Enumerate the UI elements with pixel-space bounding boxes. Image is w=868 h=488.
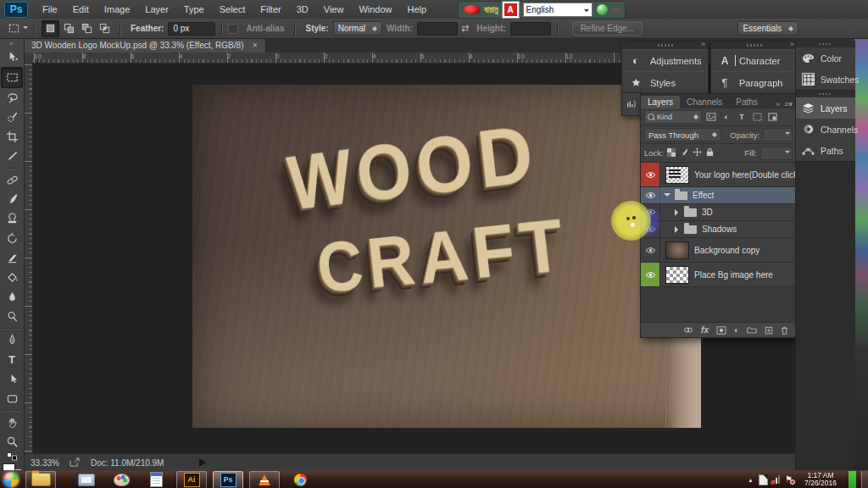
close-icon[interactable]: × (252, 41, 257, 50)
width-input[interactable] (417, 22, 458, 36)
taskbar-paint[interactable] (107, 472, 136, 488)
dock-paths-button[interactable]: Paths (796, 140, 855, 161)
crop-tool-icon[interactable] (2, 127, 22, 147)
panel-group-header[interactable] (711, 42, 797, 49)
layer-name[interactable]: Your logo here(Double click... (694, 170, 796, 180)
refine-edge-button[interactable]: Refine Edge... (572, 21, 643, 36)
new-group-icon[interactable] (747, 326, 757, 334)
path-selection-tool-icon[interactable] (2, 369, 22, 389)
lock-position-icon[interactable] (693, 147, 702, 158)
panel-group-header[interactable] (796, 91, 855, 97)
export-icon[interactable] (70, 458, 81, 469)
paint-bucket-tool-icon[interactable] (2, 268, 22, 287)
layer-row-place-bg[interactable]: Place Bg image here (641, 263, 796, 287)
visibility-toggle[interactable] (641, 187, 660, 203)
avro-keyboard-icon[interactable]: A (503, 2, 519, 18)
filter-pixel-layers-icon[interactable] (705, 113, 717, 121)
layer-name[interactable]: Place Bg image here (694, 270, 773, 280)
feather-input[interactable]: 0 px (168, 22, 215, 36)
new-layer-icon[interactable] (765, 326, 773, 335)
group-collapse-icon[interactable] (675, 226, 682, 233)
menu-type[interactable]: Type (176, 0, 212, 19)
language-bar-tools-icon[interactable]: ✂ (610, 3, 621, 16)
group-collapse-icon[interactable] (675, 209, 682, 216)
swap-colors-icon[interactable] (2, 452, 22, 462)
language-select[interactable]: English (523, 3, 593, 17)
layer-row-3d[interactable]: 3D (641, 204, 796, 221)
taskbar-chrome[interactable] (286, 472, 314, 488)
hand-tool-icon[interactable] (2, 413, 22, 432)
panel-menu-icon[interactable]: ≡▾ (784, 100, 793, 108)
collapse-panel-icon[interactable]: » (776, 100, 780, 108)
document-canvas[interactable]: WOOD CRAFT (192, 85, 701, 428)
start-button[interactable] (3, 471, 19, 488)
layer-row-effect[interactable]: Effect (641, 187, 796, 204)
photoshop-logo-icon[interactable]: Ps (4, 2, 28, 18)
history-brush-tool-icon[interactable] (2, 229, 22, 248)
intersect-selection-button[interactable] (97, 21, 113, 36)
adjustment-layer-icon[interactable]: ◐ (734, 325, 739, 335)
taskbar-clock[interactable]: 1:17 AM 7/26/2016 (800, 472, 841, 488)
menu-layer[interactable]: Layer (137, 0, 176, 19)
move-tool-icon[interactable] (2, 47, 22, 67)
tool-preset-icon[interactable] (6, 21, 22, 36)
collapsed-panel-button[interactable] (621, 92, 642, 116)
menu-window[interactable]: Window (351, 0, 399, 19)
lasso-tool-icon[interactable] (2, 88, 22, 108)
menu-view[interactable]: View (316, 0, 352, 19)
menu-3d[interactable]: 3D (289, 0, 316, 19)
action-center-flag-icon[interactable]: ⚑ (785, 475, 793, 484)
tab-channels[interactable]: Channels (680, 96, 729, 108)
tab-layers[interactable]: Layers (641, 96, 680, 108)
layer-name[interactable]: Shadows (702, 225, 737, 234)
zoom-level-field[interactable]: 33.33% (31, 458, 59, 468)
dock-channels-button[interactable]: Channels (796, 119, 855, 140)
panel-group-header[interactable] (796, 41, 855, 47)
style-select[interactable]: Normal (333, 21, 382, 36)
show-desktop-button[interactable] (861, 471, 868, 488)
dock-layers-button[interactable]: Layers (796, 97, 855, 119)
fill-input[interactable] (760, 147, 793, 160)
visibility-toggle[interactable] (641, 263, 660, 286)
layer-thumbnail[interactable] (665, 241, 689, 259)
status-arrow-icon[interactable] (199, 458, 210, 467)
document-size-info[interactable]: Doc: 11.0M/210.9M (91, 458, 164, 468)
eraser-tool-icon[interactable] (2, 248, 22, 268)
shape-tool-icon[interactable] (2, 389, 22, 408)
layer-row-shadows[interactable]: Shadows (641, 221, 796, 238)
rectangular-marquee-tool-icon[interactable] (1, 67, 23, 88)
visibility-toggle[interactable] (641, 163, 660, 186)
filter-adjustment-layers-icon[interactable]: ◐ (721, 113, 732, 121)
layer-style-icon[interactable]: fx (701, 325, 709, 335)
add-mask-icon[interactable] (716, 326, 726, 335)
blur-tool-icon[interactable] (2, 287, 22, 307)
menu-image[interactable]: Image (97, 0, 138, 19)
blend-mode-select[interactable]: Pass Through (644, 128, 721, 141)
brush-tool-icon[interactable] (2, 190, 22, 209)
layer-name[interactable]: Effect (693, 191, 714, 200)
quick-selection-tool-icon[interactable] (2, 108, 22, 127)
lock-all-icon[interactable] (706, 147, 714, 158)
layer-row-background-copy[interactable]: Background copy (641, 238, 796, 263)
zoom-tool-icon[interactable] (2, 432, 22, 452)
language-bar-orb-icon[interactable] (597, 4, 608, 15)
panel-group-header[interactable] (622, 42, 708, 49)
tray-app-icon[interactable] (759, 474, 768, 485)
taskbar-explorer[interactable] (25, 471, 56, 488)
menu-edit[interactable]: Edit (65, 0, 97, 19)
clone-stamp-tool-icon[interactable] (2, 209, 22, 229)
document-tab[interactable]: 3D Wooden Logo MockUp.psd @ 33.3% (Effec… (24, 38, 266, 53)
dock-swatches-button[interactable]: Swatches (796, 69, 855, 90)
filter-type-layers-icon[interactable]: T (736, 113, 748, 121)
character-panel-button[interactable]: A Character (711, 49, 797, 71)
layer-name[interactable]: 3D (702, 208, 713, 217)
menu-select[interactable]: Select (212, 0, 253, 19)
taskbar-photoshop[interactable]: Ps (213, 471, 243, 488)
taskbar-wordpad[interactable] (142, 472, 170, 488)
group-expand-icon[interactable] (664, 193, 670, 200)
filter-kind-select[interactable]: Kind (644, 110, 702, 124)
antialias-checkbox[interactable] (228, 24, 238, 34)
type-tool-icon[interactable]: T (2, 350, 22, 369)
lock-pixels-icon[interactable] (680, 148, 688, 158)
filter-smart-objects-icon[interactable] (766, 113, 778, 121)
